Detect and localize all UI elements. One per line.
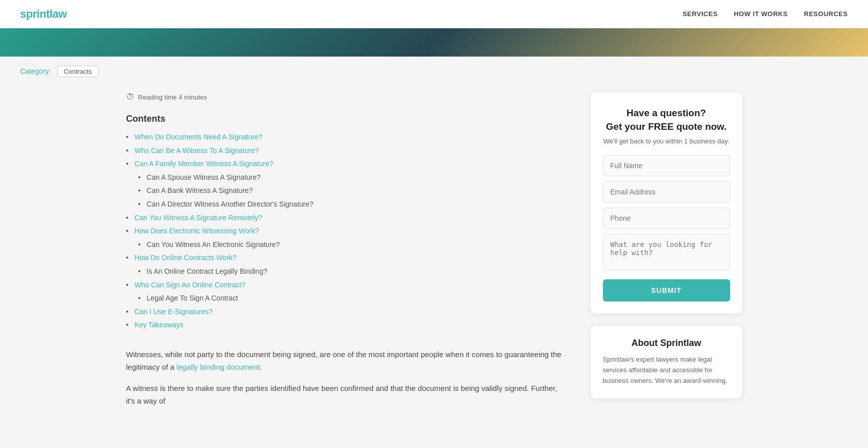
logo[interactable]: sprintlaw [20, 8, 67, 21]
main-layout: ⏱ Reading time 4 minutes Contents When D… [106, 82, 762, 436]
list-item: Legal Age To Sign A Contract [138, 291, 567, 305]
contents-list: When Do Documents Need A Signature? Who … [126, 130, 567, 332]
content-area: ⏱ Reading time 4 minutes Contents When D… [126, 92, 567, 416]
contents-link-6[interactable]: How Do Online Contracts Work? [134, 254, 236, 262]
quote-card: Have a question? Get your FREE quote now… [591, 92, 742, 314]
clock-icon: ⏱ [126, 92, 134, 102]
sub-list-7: Legal Age To Sign A Contract [126, 291, 567, 305]
phone-input[interactable] [603, 208, 730, 229]
reading-time-text: Reading time 4 minutes [138, 93, 208, 101]
list-item: When Do Documents Need A Signature? [126, 130, 567, 144]
contents-link-2[interactable]: Who Can Be A Witness To A Signature? [134, 146, 259, 155]
sub-item-label: Can A Spouse Witness A Signature? [146, 173, 261, 181]
category-tag[interactable]: Contracts [57, 66, 98, 77]
contents-box: Contents When Do Documents Need A Signat… [126, 114, 567, 332]
email-input[interactable] [603, 181, 730, 203]
list-item: Key Takeaways [126, 318, 567, 332]
about-card: About Sprintlaw Sprintlaw's expert lawye… [591, 326, 742, 398]
body-text-1-after: . [260, 363, 262, 371]
list-item: How Do Online Contracts Work? Is An Onli… [126, 251, 567, 278]
contents-link-7[interactable]: Who Can Sign An Online Contract? [134, 281, 245, 289]
sidebar: Have a question? Get your FREE quote now… [591, 92, 742, 399]
list-item: Can A Director Witness Another Director'… [138, 197, 567, 211]
sub-list-3: Can A Spouse Witness A Signature? Can A … [126, 171, 567, 211]
nav-resources[interactable]: RESOURCES [804, 10, 848, 18]
quote-title: Have a question? Get your FREE quote now… [603, 107, 730, 133]
list-item: Can A Family Member Witness A Signature?… [126, 157, 567, 211]
body-link-1[interactable]: legally binding document [177, 363, 260, 371]
list-item: Can A Bank Witness A Signature? [138, 184, 567, 197]
sub-item-label: Is An Online Contract Legally Binding? [146, 267, 267, 275]
reading-time: ⏱ Reading time 4 minutes [126, 92, 567, 102]
body-paragraph-2: A witness is there to make sure the part… [126, 382, 567, 408]
nav-how-it-works[interactable]: HOW IT WORKS [734, 10, 788, 18]
list-item: Who Can Be A Witness To A Signature? [126, 144, 567, 158]
category-label: Category: [20, 67, 51, 75]
list-item: Who Can Sign An Online Contract? Legal A… [126, 278, 567, 305]
main-nav: SERVICES HOW IT WORKS RESOURCES [683, 10, 848, 18]
about-text: Sprintlaw's expert lawyers make legal se… [603, 355, 730, 386]
quote-subtitle: We'll get back to you within 1 business … [603, 137, 730, 145]
sub-item-label: Can A Bank Witness A Signature? [146, 186, 252, 194]
contents-link-4[interactable]: Can You Witness A Signature Remotely? [134, 214, 262, 222]
sub-list-6: Is An Online Contract Legally Binding? [126, 265, 567, 278]
contents-link-8[interactable]: Can I Use E-Signatures? [134, 308, 213, 316]
category-bar: Category: Contracts [0, 57, 868, 82]
contents-link-5[interactable]: How Does Electronic Witnessing Work? [134, 227, 259, 235]
list-item: Can A Spouse Witness A Signature? [138, 171, 567, 184]
hero-image [0, 28, 868, 57]
message-textarea[interactable] [603, 234, 730, 270]
body-paragraph-1: Witnesses, while not party to the docume… [126, 348, 567, 374]
contents-title: Contents [126, 114, 567, 124]
contents-link-3[interactable]: Can A Family Member Witness A Signature? [134, 160, 273, 168]
nav-services[interactable]: SERVICES [683, 10, 718, 18]
contents-link-9[interactable]: Key Takeaways [134, 321, 183, 329]
about-title: About Sprintlaw [603, 338, 730, 349]
full-name-input[interactable] [603, 155, 730, 176]
sub-list-5: Can You Witness An Electronic Signature? [126, 238, 567, 252]
sub-item-label: Can A Director Witness Another Director'… [146, 200, 313, 208]
contents-link-1[interactable]: When Do Documents Need A Signature? [134, 133, 263, 141]
list-item: Is An Online Contract Legally Binding? [138, 265, 567, 278]
sub-item-label: Can You Witness An Electronic Signature? [146, 240, 280, 248]
list-item: Can You Witness A Signature Remotely? [126, 211, 567, 225]
list-item: Can I Use E-Signatures? [126, 305, 567, 319]
sub-item-label: Legal Age To Sign A Contract [146, 294, 238, 302]
list-item: Can You Witness An Electronic Signature? [138, 238, 567, 252]
submit-button[interactable]: SUBMIT [603, 279, 730, 302]
list-item: How Does Electronic Witnessing Work? Can… [126, 224, 567, 251]
header: sprintlaw SERVICES HOW IT WORKS RESOURCE… [0, 0, 868, 28]
body-text-2: A witness is there to make sure the part… [126, 384, 557, 406]
